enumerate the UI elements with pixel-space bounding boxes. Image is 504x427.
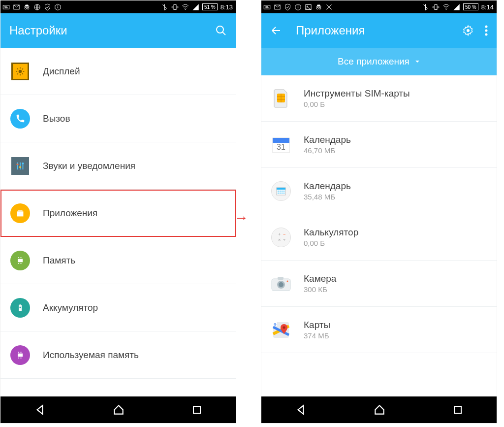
setting-label: Звуки и уведомления (43, 161, 135, 171)
svg-point-36 (316, 7, 318, 9)
setting-used-memory[interactable]: Используемая память (0, 331, 236, 379)
nav-back-icon[interactable] (294, 403, 307, 416)
clock-text: 8:14 (481, 3, 494, 11)
svg-rect-20 (18, 259, 23, 262)
sim-card-icon (272, 89, 290, 108)
svg-rect-4 (4, 7, 7, 8)
camera-icon (271, 276, 291, 292)
calendar-icon: 31 (271, 135, 291, 155)
svg-text:−: − (283, 232, 285, 237)
svg-rect-18 (17, 211, 24, 216)
nav-bar (0, 396, 236, 423)
svg-rect-10 (58, 5, 58, 5)
search-icon[interactable] (215, 25, 227, 36)
calculator-icon: +−×÷ (275, 231, 287, 244)
svg-rect-25 (193, 406, 200, 413)
setting-battery[interactable]: Аккумулятор (0, 284, 236, 331)
setting-call[interactable]: Вызов (0, 95, 236, 142)
setting-memory[interactable]: Память (0, 237, 236, 284)
setting-sound[interactable]: Звуки и уведомления (0, 142, 236, 190)
svg-rect-28 (266, 6, 267, 6)
gmail-icon (274, 3, 281, 11)
incognito-icon (23, 3, 31, 11)
svg-rect-2 (5, 6, 6, 6)
app-name: Камера (304, 273, 336, 284)
svg-rect-24 (18, 353, 23, 357)
app-item-sim[interactable]: Инструменты SIM-карты 0,00 Б (261, 75, 497, 122)
nav-recent-icon[interactable] (452, 404, 464, 416)
shield-icon (44, 3, 51, 11)
svg-point-13 (217, 26, 223, 33)
keyboard-icon (2, 3, 10, 11)
setting-apps[interactable]: Приложения (0, 190, 236, 237)
brightness-icon (15, 66, 25, 76)
nav-home-icon[interactable] (112, 403, 125, 416)
setting-display[interactable]: Дисплей (0, 48, 236, 95)
vibrate-icon (171, 3, 179, 11)
svg-point-35 (307, 5, 308, 7)
app-item-calculator[interactable]: +−×÷ Калькулятор 0,00 Б (261, 214, 497, 261)
vibrate-icon (432, 3, 440, 11)
svg-point-40 (467, 29, 470, 32)
back-arrow-icon[interactable] (270, 25, 282, 36)
apps-list: Инструменты SIM-карты 0,00 Б 31 Календар… (261, 75, 497, 396)
svg-point-66 (287, 280, 288, 282)
svg-point-7 (27, 7, 29, 9)
app-item-camera[interactable]: Камера 300 КБ (261, 261, 497, 307)
setting-label: Аккумулятор (43, 302, 98, 313)
filter-dropdown[interactable]: Все приложения (261, 48, 497, 75)
app-item-calendar2[interactable]: Календарь 35,48 МБ (261, 168, 497, 214)
app-item-calendar1[interactable]: 31 Календарь 46,70 МБ (261, 122, 497, 168)
svg-rect-30 (265, 7, 268, 8)
svg-rect-55 (280, 193, 281, 194)
svg-point-65 (279, 282, 284, 287)
app-bar: Приложения (261, 13, 497, 48)
wifi-icon (442, 3, 450, 11)
svg-rect-11 (174, 4, 176, 9)
svg-rect-71 (454, 406, 461, 413)
signal-icon (192, 3, 199, 11)
status-bar: 50 % 8:14 (261, 0, 497, 13)
phone-icon (15, 113, 26, 124)
filter-label: Все приложения (338, 56, 410, 67)
app-size: 374 МБ (304, 331, 330, 340)
svg-text:×: × (278, 237, 281, 242)
svg-rect-27 (265, 6, 265, 6)
crossed-icon (325, 3, 333, 11)
svg-rect-46 (273, 138, 289, 143)
gear-icon[interactable] (462, 25, 474, 36)
nav-home-icon[interactable] (373, 403, 386, 416)
app-item-maps[interactable]: G Карты 374 МБ (261, 307, 497, 353)
app-bar: Настройки (0, 13, 236, 48)
setting-label: Дисплей (43, 66, 80, 77)
svg-rect-3 (6, 6, 7, 6)
calendar-grid-icon (275, 185, 287, 197)
nav-recent-icon[interactable] (191, 404, 203, 416)
apps-icon (15, 208, 26, 219)
svg-rect-38 (435, 4, 437, 9)
svg-point-43 (485, 33, 488, 36)
gmail-icon (13, 3, 20, 11)
app-name: Карты (304, 320, 330, 330)
setting-label: Память (43, 255, 75, 266)
battery-indicator: 51 % (202, 3, 218, 10)
svg-rect-15 (17, 164, 19, 165)
phone-right: 50 % 8:14 Приложения Все приложения Инст… (261, 0, 497, 424)
page-title: Настройки (9, 24, 215, 37)
chip-icon (15, 256, 25, 265)
app-size: 300 КБ (304, 285, 336, 294)
info-icon (294, 3, 302, 11)
svg-point-37 (319, 7, 321, 9)
svg-rect-54 (278, 193, 279, 194)
nav-bar (261, 396, 497, 423)
overflow-menu-icon[interactable] (485, 25, 488, 36)
keyboard-icon (263, 3, 271, 11)
chevron-down-icon (414, 59, 420, 65)
nav-back-icon[interactable] (33, 403, 46, 416)
bluetooth-icon (422, 3, 429, 11)
svg-rect-56 (282, 193, 283, 194)
svg-text:÷: ÷ (283, 237, 285, 242)
svg-rect-1 (4, 6, 4, 6)
svg-rect-29 (267, 6, 268, 6)
app-size: 0,00 Б (304, 239, 358, 247)
